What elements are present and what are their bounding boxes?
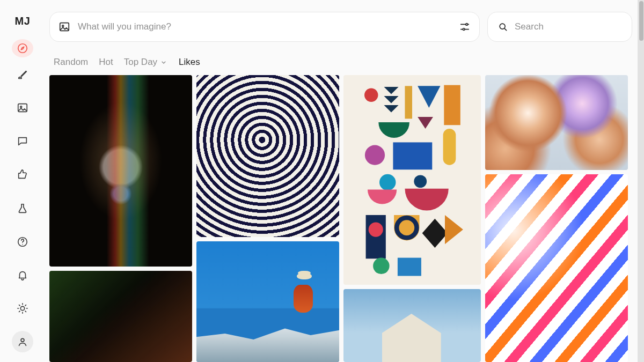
chevron-down-icon xyxy=(159,58,168,67)
svg-point-7 xyxy=(21,338,24,342)
gallery-col-1 xyxy=(49,75,192,362)
tile-dark-botanical-abstract[interactable] xyxy=(49,271,192,362)
svg-rect-31 xyxy=(398,258,421,276)
svg-point-13 xyxy=(364,88,378,102)
svg-point-9 xyxy=(62,25,64,27)
svg-marker-15 xyxy=(384,96,398,104)
tile-painted-face-portrait[interactable] xyxy=(49,75,192,267)
svg-point-6 xyxy=(20,306,24,310)
search-placeholder: Search xyxy=(515,21,544,32)
svg-point-0 xyxy=(18,44,27,53)
gallery-col-4 xyxy=(485,75,628,362)
svg-point-25 xyxy=(414,175,427,188)
svg-marker-29 xyxy=(422,219,448,248)
sliders-icon[interactable] xyxy=(459,21,471,33)
tab-top-day-label: Top Day xyxy=(124,57,157,68)
tile-house-sky-landscape[interactable] xyxy=(343,289,481,362)
page-scrollbar-track[interactable] xyxy=(638,0,644,362)
nav-footer-group xyxy=(12,198,33,352)
svg-point-3 xyxy=(20,106,22,108)
svg-marker-14 xyxy=(384,87,398,94)
prompt-input[interactable]: What will you imagine? xyxy=(49,12,480,42)
svg-point-24 xyxy=(379,174,396,191)
chat-icon xyxy=(17,135,28,147)
svg-marker-20 xyxy=(418,117,433,129)
nav-likes[interactable] xyxy=(12,164,33,185)
svg-point-30 xyxy=(373,258,390,275)
page-scrollbar-thumb[interactable] xyxy=(639,1,643,41)
tab-random[interactable]: Random xyxy=(54,57,88,68)
svg-rect-2 xyxy=(18,104,27,112)
nav-create[interactable] xyxy=(12,64,33,85)
thumbs-up-icon xyxy=(17,168,28,180)
top-bar: What will you imagine? Search xyxy=(49,12,632,42)
shapes-art xyxy=(343,75,481,285)
svg-rect-23 xyxy=(393,142,432,169)
tile-navy-zebra-pattern[interactable] xyxy=(196,75,339,237)
nav-primary-group xyxy=(12,64,33,185)
app-logo[interactable]: MJ xyxy=(15,15,31,27)
prompt-placeholder: What will you imagine? xyxy=(78,21,451,32)
nav-gallery[interactable] xyxy=(12,97,33,119)
svg-point-12 xyxy=(500,24,505,29)
nav-alerts[interactable] xyxy=(12,264,33,286)
tab-top-day[interactable]: Top Day xyxy=(124,57,168,68)
nav-account[interactable] xyxy=(12,331,33,352)
svg-rect-8 xyxy=(60,23,69,31)
nav-explore[interactable] xyxy=(12,39,33,57)
tab-likes[interactable]: Likes xyxy=(179,57,200,68)
svg-point-22 xyxy=(365,145,385,165)
nav-labs[interactable] xyxy=(12,198,33,219)
compass-icon xyxy=(17,42,28,54)
tile-monk-on-rock-blue-sky[interactable] xyxy=(196,241,339,362)
svg-point-11 xyxy=(463,28,465,31)
monk-figure xyxy=(294,285,313,313)
svg-rect-21 xyxy=(443,129,456,165)
nav-theme[interactable] xyxy=(12,298,33,319)
tile-geometric-shapes-poster[interactable] xyxy=(343,75,481,285)
svg-rect-17 xyxy=(405,86,412,119)
bell-icon xyxy=(17,269,28,281)
search-icon xyxy=(497,21,508,32)
help-icon xyxy=(17,236,28,248)
svg-rect-19 xyxy=(444,85,460,125)
sun-icon xyxy=(17,302,28,314)
image-plus-icon xyxy=(58,21,70,33)
filter-tabs: Random Hot Top Day Likes xyxy=(54,57,632,68)
sidebar: MJ xyxy=(0,0,45,362)
svg-marker-1 xyxy=(21,47,24,50)
svg-point-5 xyxy=(22,244,23,245)
tab-hot[interactable]: Hot xyxy=(99,57,113,68)
svg-marker-16 xyxy=(384,105,398,113)
flask-icon xyxy=(17,203,28,215)
nav-chat[interactable] xyxy=(12,130,33,152)
main-area: What will you imagine? Search Random Hot… xyxy=(45,0,644,362)
tile-iridescent-copper-blobs[interactable] xyxy=(485,75,628,170)
svg-marker-18 xyxy=(418,86,440,108)
nav-help[interactable] xyxy=(12,231,33,253)
svg-point-27 xyxy=(369,223,383,237)
search-input[interactable]: Search xyxy=(487,12,632,42)
gallery-col-3 xyxy=(343,75,481,362)
user-icon xyxy=(17,336,28,348)
svg-point-10 xyxy=(466,24,468,26)
image-icon xyxy=(17,102,28,114)
tile-neon-wave-stripes[interactable] xyxy=(485,174,628,362)
gallery-col-2 xyxy=(196,75,339,362)
brush-icon xyxy=(17,69,28,80)
image-gallery xyxy=(49,75,632,362)
